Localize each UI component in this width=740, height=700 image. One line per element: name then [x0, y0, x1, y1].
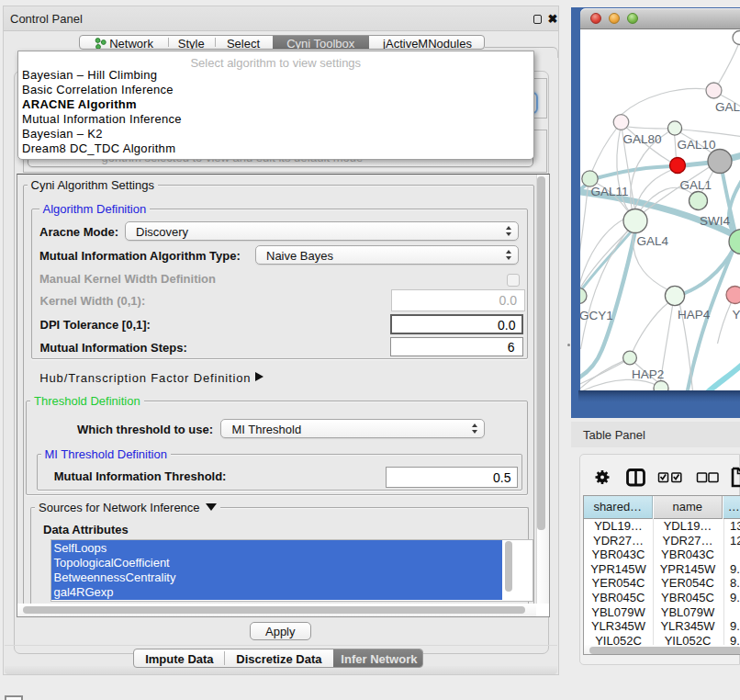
- svg-text:SWI4: SWI4: [700, 214, 730, 228]
- svg-text:GAL1: GAL1: [680, 178, 712, 192]
- svg-text:GAL10: GAL10: [678, 138, 716, 152]
- svg-text:GAL80: GAL80: [623, 132, 662, 146]
- svg-text:YJL: YJL: [733, 308, 740, 322]
- svg-text:HAP4: HAP4: [678, 308, 711, 322]
- svg-text:GAL7: GAL7: [715, 100, 740, 114]
- svg-text:GAL4: GAL4: [637, 234, 669, 248]
- svg-text:GCY1: GCY1: [580, 309, 613, 322]
- svg-text:GAL11: GAL11: [591, 185, 629, 198]
- svg-text:HAP2: HAP2: [632, 367, 664, 381]
